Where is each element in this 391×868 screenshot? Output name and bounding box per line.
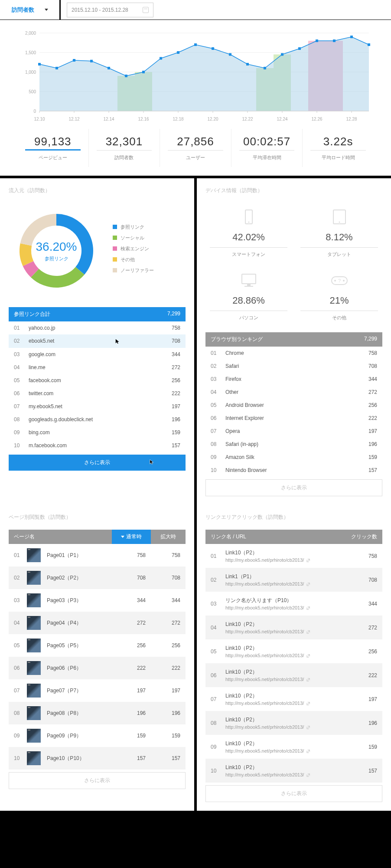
browser-more-button[interactable]: さらに表示	[205, 479, 382, 496]
table-row[interactable]: 06Page06（P6）222222	[9, 657, 186, 679]
device-card: 42.02%スマートフォン	[205, 203, 292, 262]
referral-panel: 流入元（訪問数） 36.20% 参照リンク 参照リンクソーシャル検索エンジンその…	[0, 178, 194, 505]
page-thumbnail	[27, 548, 41, 562]
table-row[interactable]: 03Firefox344	[205, 373, 382, 386]
svg-rect-18	[73, 59, 75, 62]
external-link-icon	[306, 677, 311, 682]
daterange-picker[interactable]: 2015.12.10 - 2015.12.28	[67, 3, 153, 17]
svg-text:12.12: 12.12	[68, 117, 79, 121]
svg-point-60	[339, 222, 340, 223]
table-row[interactable]: 03Page03（P3）344344	[9, 589, 186, 612]
external-link-icon	[306, 582, 311, 586]
svg-text:?: ?	[338, 278, 340, 283]
svg-rect-21	[125, 75, 127, 77]
table-row[interactable]: 01yahoo.co.jp758	[9, 321, 186, 334]
page-thumbnail	[27, 684, 41, 698]
svg-text:500: 500	[29, 89, 36, 94]
table-row[interactable]: 09Link10（P2）http://my.ebook5.net/prhirot…	[205, 735, 382, 759]
svg-rect-23	[160, 57, 162, 60]
table-row[interactable]: 02Link1（P1）http://my.ebook5.net/prhiroto…	[205, 568, 382, 592]
table-row[interactable]: 05Link10（P2）http://my.ebook5.net/prhirot…	[205, 639, 382, 663]
table-row[interactable]: 06Internet Explorer222	[205, 412, 382, 425]
svg-rect-28	[246, 63, 249, 66]
swatch-icon	[113, 225, 117, 229]
table-row[interactable]: 06Link10（P2）http://my.ebook5.net/prhirot…	[205, 663, 382, 687]
table-row[interactable]: 01Page01（P1）758758	[9, 544, 186, 567]
cursor-icon	[149, 459, 155, 465]
referral-title: 流入元（訪問数）	[9, 187, 186, 194]
svg-text:12.14: 12.14	[103, 117, 114, 121]
table-row[interactable]: 05Page05（P5）256256	[9, 634, 186, 657]
table-row[interactable]: 09Page09（P9）159159	[9, 724, 186, 747]
table-row[interactable]: 06twitter.com222	[9, 387, 186, 400]
links-title: リンクエリアクリック数（訪問数）	[205, 514, 382, 521]
table-row[interactable]: 08Page08（P8）196196	[9, 702, 186, 724]
table-row[interactable]: 02Safari708	[205, 360, 382, 373]
table-row[interactable]: 04Link10（P2）http://my.ebook5.net/prhirot…	[205, 616, 382, 639]
table-row[interactable]: 07my.ebook5.net197	[9, 400, 186, 413]
chevron-down-icon	[45, 9, 48, 11]
links-more-button[interactable]: さらに表示	[205, 785, 382, 802]
stats-row: 99,133ページビュー32,301訪問者数27,856ユーザー00:02:57…	[0, 128, 391, 167]
stat-card[interactable]: 00:02:57平均滞在時間	[231, 129, 303, 167]
svg-rect-31	[298, 47, 301, 50]
table-row[interactable]: 04Page04（P4）272272	[9, 612, 186, 634]
table-row[interactable]: 09bing.com159	[9, 426, 186, 439]
table-row[interactable]: 07Link10（P2）http://my.ebook5.net/prhirot…	[205, 687, 382, 711]
external-link-icon	[306, 725, 311, 730]
table-row[interactable]: 02Page02（P2）708708	[9, 567, 186, 589]
metric-label: 訪問者数	[12, 6, 34, 14]
referral-table-head: 参照リンク合計 7,299	[9, 307, 186, 321]
svg-text:1,500: 1,500	[25, 50, 36, 55]
legend-item: ソーシャル	[113, 235, 154, 241]
stat-card[interactable]: 3.22s平均ロード時間	[303, 129, 374, 167]
svg-rect-26	[212, 47, 214, 50]
table-row[interactable]: 01Chrome758	[205, 347, 382, 360]
donut-percent: 36.20%	[36, 240, 77, 254]
daterange-text: 2015.12.10 - 2015.12.28	[72, 7, 128, 13]
stat-card[interactable]: 99,133ページビュー	[17, 129, 89, 167]
page-thumbnail	[27, 729, 41, 743]
svg-rect-20	[108, 67, 110, 69]
svg-text:0: 0	[33, 109, 36, 114]
device-card: ?21%その他	[296, 266, 382, 325]
trend-chart: 05001,0001,5002,00012.1012.1212.1412.161…	[0, 20, 391, 128]
table-row[interactable]: 01Link10（P2）http://my.ebook5.net/prhirot…	[205, 544, 382, 568]
table-row[interactable]: 10Link10（P2）http://my.ebook5.net/prhirot…	[205, 759, 382, 783]
device-title: デバイス情報（訪問数）	[205, 187, 382, 194]
svg-rect-16	[38, 63, 41, 66]
links-panel: リンクエリアクリック数（訪問数） リンク名 / URL クリック数 01Link…	[197, 505, 391, 811]
page-thumbnail	[27, 616, 41, 630]
external-link-icon	[306, 773, 311, 777]
table-row[interactable]: 10m.facebook.com157	[9, 439, 186, 452]
donut-label: 参照リンク	[36, 255, 77, 262]
table-row[interactable]: 05facebook.com256	[9, 374, 186, 387]
svg-rect-33	[333, 39, 336, 42]
swatch-icon	[113, 257, 117, 262]
referral-more-button[interactable]: さらに表示	[9, 455, 186, 471]
table-row[interactable]: 08Safari (in-app)196	[205, 438, 382, 451]
metric-dropdown[interactable]: 訪問者数	[0, 0, 61, 20]
device-card: 8.12%タブレット	[296, 203, 382, 262]
table-row[interactable]: 02ebook5.net708	[9, 334, 186, 348]
table-row[interactable]: 04Other272	[205, 386, 382, 399]
table-row[interactable]: 03リンク名が入ります（P10）http://my.ebook5.net/prh…	[205, 592, 382, 616]
table-row[interactable]: 05Android Browser256	[205, 399, 382, 412]
game-icon: ?	[330, 271, 349, 290]
table-row[interactable]: 07Page07（P7）197197	[9, 679, 186, 702]
stat-card[interactable]: 32,301訪問者数	[89, 129, 160, 167]
cursor-icon	[115, 338, 121, 344]
table-row[interactable]: 10Nintendo Browser157	[205, 464, 382, 477]
sort-normal[interactable]: 通常時	[112, 530, 151, 544]
table-row[interactable]: 09Amazon Silk159	[205, 451, 382, 464]
table-row[interactable]: 07Opera197	[205, 425, 382, 438]
table-row[interactable]: 10Page10（P10）157157	[9, 747, 186, 770]
page-thumbnail	[27, 661, 41, 675]
table-row[interactable]: 04line.me272	[9, 361, 186, 374]
table-row[interactable]: 08Link10（P2）http://my.ebook5.net/prhirot…	[205, 711, 382, 735]
table-row[interactable]: 08googleads.g.doubleclick.net196	[9, 413, 186, 426]
table-row[interactable]: 03google.com344	[9, 348, 186, 361]
pages-more-button[interactable]: さらに表示	[9, 772, 186, 789]
svg-text:1,000: 1,000	[25, 70, 36, 75]
stat-card[interactable]: 27,856ユーザー	[160, 129, 231, 167]
